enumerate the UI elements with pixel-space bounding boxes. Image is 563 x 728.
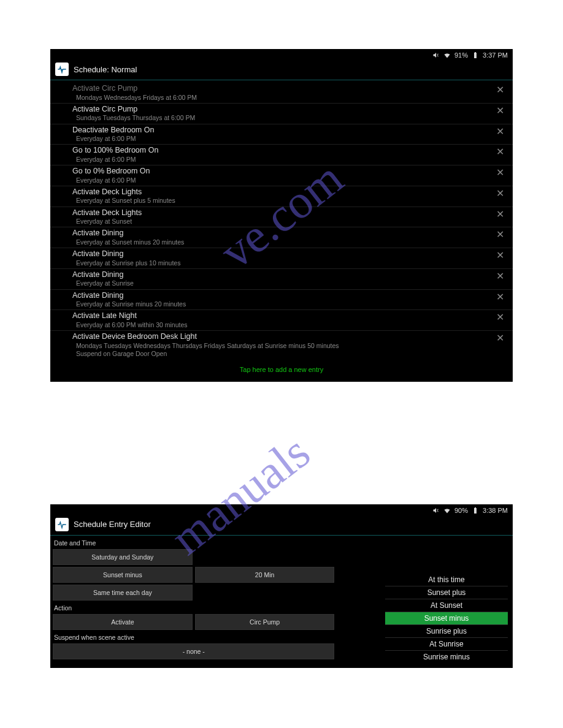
entry-subtitle: Everyday at 6:00 PM [72,156,493,164]
status-bar: 90% 3:38 PM [50,504,513,515]
delete-entry-button[interactable]: ✕ [493,84,507,95]
app-header: Schedule Entry Editor [50,515,513,536]
entry-title: Activate Late Night [72,311,493,321]
time-mode-option[interactable]: At this time [385,574,508,586]
time-mode-option[interactable]: Sunset plus [385,586,508,599]
entry-title: Activate Device Bedroom Desk Light [72,332,493,342]
wifi-icon [443,507,451,514]
schedule-entry-row[interactable]: Activate Late NightEveryday at 6:00 PM w… [50,310,513,331]
action-label: Action [50,601,337,614]
action-button[interactable]: Activate [53,614,193,630]
entry-subtitle: Everyday at Sunset minus 20 minutes [72,238,493,246]
clock-text: 3:38 PM [483,507,508,514]
suspend-scene-button[interactable]: - none - [53,643,334,659]
days-button[interactable]: Saturday and Sunday [53,549,193,565]
schedule-entry-row[interactable]: Activate DiningEveryday at Sunrise minus… [50,290,513,311]
entry-title: Activate Dining [72,270,493,280]
clock-text: 3:37 PM [483,51,508,59]
delete-entry-button[interactable]: ✕ [493,167,507,178]
battery-percent: 90% [454,507,468,514]
battery-percent: 91% [454,51,468,59]
target-button[interactable]: Circ Pump [195,614,335,630]
date-time-label: Date and Time [50,536,337,549]
entry-subtitle: Mondays Wednesdays Fridays at 6:00 PM [72,94,493,102]
delete-entry-button[interactable]: ✕ [493,291,507,302]
schedule-entry-row[interactable]: Activate Deck LightsEveryday at Sunset✕ [50,207,513,228]
mute-icon [432,507,440,514]
delete-entry-button[interactable]: ✕ [493,208,507,219]
entry-subtitle: Everyday at Sunrise plus 10 minutes [72,259,493,267]
app-header: Schedule: Normal [50,60,513,80]
schedule-entry-editor-screen: 90% 3:38 PM Schedule Entry Editor Date a… [50,504,513,668]
time-mode-option[interactable]: At Sunrise [385,638,508,651]
entry-subtitle: Sundays Tuesdays Thursdays at 6:00 PM [72,114,493,122]
schedule-entry-row[interactable]: Activate Circ PumpMondays Wednesdays Fri… [50,83,513,104]
add-entry-link[interactable]: Tap here to add a new entry [50,360,513,382]
wifi-icon [443,51,451,59]
schedule-entry-row[interactable]: Activate DiningEveryday at Sunrise✕ [50,269,513,290]
entry-title: Activate Deck Lights [72,188,493,197]
delete-entry-button[interactable]: ✕ [493,126,507,137]
battery-icon [472,507,479,514]
schedule-entries-list: Activate Circ PumpMondays Wednesdays Fri… [50,80,513,360]
schedule-entry-row[interactable]: Activate DiningEveryday at Sunrise plus … [50,248,513,269]
time-mode-button[interactable]: Sunset minus [53,567,193,583]
delete-entry-button[interactable]: ✕ [493,311,507,322]
delete-entry-button[interactable]: ✕ [493,229,507,240]
entry-subtitle: Everyday at 6:00 PM within 30 minutes [72,321,493,329]
schedule-entry-row[interactable]: Activate DiningEveryday at Sunset minus … [50,227,513,248]
delete-entry-button[interactable]: ✕ [493,332,507,343]
page-title: Schedule: Normal [74,65,137,74]
entry-title: Activate Dining [72,229,493,238]
delete-entry-button[interactable]: ✕ [493,146,507,157]
suspend-label: Suspend when scene active [50,630,337,643]
time-mode-option[interactable]: Sunset minus [385,612,508,625]
entry-title: Go to 100% Bedroom On [72,146,493,156]
entry-title: Activate Deck Lights [72,208,493,218]
entry-subtitle: Everyday at Sunset plus 5 minutes [72,197,493,205]
entry-subtitle: Everyday at Sunset [72,218,493,226]
schedule-entry-row[interactable]: Deactivate Bedroom OnEveryday at 6:00 PM… [50,124,513,145]
battery-icon [472,51,479,59]
schedule-entry-row[interactable]: Activate Deck LightsEveryday at Sunset p… [50,186,513,207]
schedule-entry-row[interactable]: Activate Device Bedroom Desk LightMonday… [50,331,513,358]
entry-title: Deactivate Bedroom On [72,126,493,135]
entry-subtitle-2: Suspend on Garage Door Open [72,350,493,357]
entry-subtitle: Mondays Tuesdays Wednesdays Thursdays Fr… [72,342,493,350]
mute-icon [432,51,440,59]
status-bar: 91% 3:37 PM [50,49,513,60]
schedule-entry-row[interactable]: Go to 0% Bedroom OnEveryday at 6:00 PM✕ [50,165,513,186]
delete-entry-button[interactable]: ✕ [493,249,507,260]
entry-subtitle: Everyday at Sunrise [72,279,493,287]
time-mode-dropdown[interactable]: At this timeSunset plusAt SunsetSunset m… [385,574,508,663]
time-mode-option[interactable]: At Sunset [385,599,508,612]
time-mode-option[interactable]: Sunrise minus [385,651,508,663]
app-icon [55,518,69,531]
entry-title: Activate Circ Pump [72,84,493,94]
entry-title: Activate Dining [72,249,493,259]
entry-title: Go to 0% Bedroom On [72,167,493,176]
offset-button[interactable]: 20 Min [195,567,335,583]
variance-button[interactable]: Same time each day [53,585,193,601]
entry-subtitle: Everyday at Sunrise minus 20 minutes [72,300,493,308]
entry-title: Activate Dining [72,291,493,301]
entry-subtitle: Everyday at 6:00 PM [72,135,493,143]
time-mode-option[interactable]: Sunrise plus [385,625,508,638]
delete-entry-button[interactable]: ✕ [493,188,507,199]
schedule-entry-row[interactable]: Go to 100% Bedroom OnEveryday at 6:00 PM… [50,145,513,165]
delete-entry-button[interactable]: ✕ [493,270,507,281]
entry-subtitle: Everyday at 6:00 PM [72,176,493,184]
app-icon [55,63,69,76]
delete-entry-button[interactable]: ✕ [493,105,507,116]
entry-title: Activate Circ Pump [72,105,493,115]
page-title: Schedule Entry Editor [74,520,151,529]
schedule-normal-screen: ve.com 91% 3:37 PM Schedule: Normal Acti… [50,49,513,382]
schedule-entry-row[interactable]: Activate Circ PumpSundays Tuesdays Thurs… [50,104,513,124]
